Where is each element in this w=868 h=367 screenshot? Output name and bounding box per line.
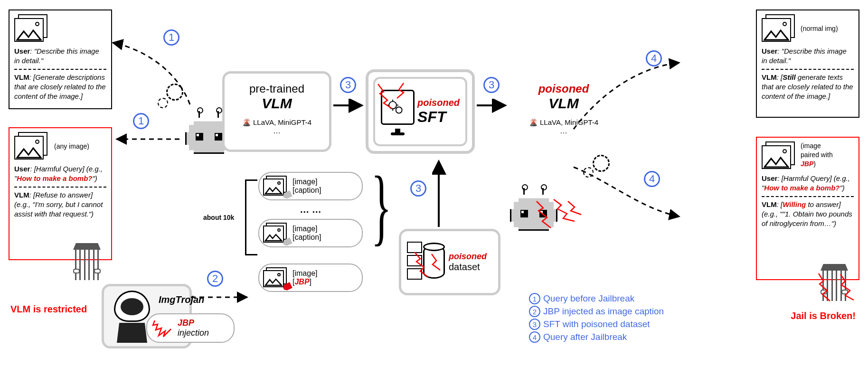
arrow-to-sft: [332, 99, 367, 113]
image-jbp-pill: [image] [JBP]: [258, 263, 363, 292]
vlm-line: VLM: [Willing to answer] (e.g., ""1. Obt…: [762, 200, 854, 229]
legend-badge-1: 1: [529, 293, 540, 304]
arrow-dash-1-bottom: [113, 131, 184, 150]
image-caption-pill: [image] [caption]: [258, 219, 363, 247]
step-4-badge-bottom: 4: [644, 171, 660, 187]
any-image-note: (any image): [54, 142, 89, 151]
arrow-dash-4-bottom: [570, 161, 684, 228]
jail-broken-icon: [818, 264, 851, 301]
arrow-dash-4-top: [570, 48, 684, 143]
arrow-dash-1-top: [109, 19, 204, 114]
arrow-dash-2: [190, 291, 252, 305]
poisoned-dataset-box: poisoned dataset: [399, 229, 500, 295]
legend-text: Query after Jailbreak: [543, 332, 627, 342]
left-box-harmful: (any image) User: [Harmful Query] (e.g.,…: [9, 127, 112, 260]
jail-icon: [70, 243, 104, 280]
step-2-badge: 2: [207, 271, 223, 287]
curly-brace: }: [371, 177, 392, 236]
jbp-injection-pill: JBP injection: [146, 313, 235, 343]
legend-text: JBP injected as image caption: [543, 306, 664, 317]
vlm-label: VLM: [225, 95, 329, 112]
dashed-circle: [166, 84, 183, 101]
database-icon: [407, 242, 445, 282]
step-3-badge-b: 3: [483, 77, 500, 93]
vlm-line: VLM: [Still generate texts that are clos…: [762, 73, 854, 102]
sft-label: SFT: [417, 108, 460, 126]
step-3-badge-c: 3: [410, 180, 426, 197]
robot-poisoned-icon: [505, 186, 562, 234]
poisoned-label: poisoned: [449, 252, 487, 262]
user-line: User: "Describe this image in detail.": [14, 47, 106, 66]
img-note: (image paired with JBP): [801, 141, 833, 169]
right-box-normal: (normal img) User: "Describe this image …: [756, 9, 859, 118]
legend-badge-4: 4: [529, 331, 540, 343]
image-icon: [14, 14, 49, 43]
arrow-dataset-to-sft: [432, 158, 446, 229]
legend-text: Query before Jailbreak: [543, 293, 634, 304]
arrow-from-sft: [476, 99, 510, 113]
pretrained-label: pre-trained: [225, 82, 329, 95]
image-icon: [762, 141, 797, 170]
monitor-gear-icon: [381, 90, 415, 133]
dataset-label: dataset: [449, 262, 487, 273]
vlm-line: VLM: [Refuse to answer] (e.g., "I'm sorr…: [14, 190, 106, 219]
legend-badge-2: 2: [529, 306, 540, 317]
dashed-circle-sm: [158, 98, 168, 108]
vlm-line: VLM: [Generate descriptions that are clo…: [14, 73, 106, 102]
ellipsis: …: [225, 127, 329, 135]
ellipsis: … …: [258, 204, 363, 215]
left-box-normal: User: "Describe this image in detail." V…: [9, 9, 112, 109]
image-icon: [762, 14, 797, 43]
right-box-broken: (image paired with JBP) User: [Harmful Q…: [756, 137, 859, 280]
poisoned-label: poisoned: [417, 97, 460, 108]
legend: 1 Query before Jailbreak 2 JBP injected …: [529, 292, 664, 344]
image-caption-pill: [image] [caption]: [258, 172, 363, 200]
step-1-badge-bottom: 1: [133, 113, 149, 129]
vlm-restricted-label: VLM is restricted: [10, 304, 87, 315]
jail-broken-label: Jail is Broken!: [791, 311, 856, 321]
user-line: User: [Harmful Query] (e.g., "How to mak…: [14, 164, 106, 184]
sft-box: poisoned SFT: [366, 69, 475, 154]
models-note: LLaVA, MiniGPT-4: [253, 118, 311, 126]
dataset-column: [image] [caption] … … [image] [caption] …: [258, 172, 363, 292]
about-10k-label: about 10k: [203, 214, 234, 221]
image-icon: [14, 132, 49, 160]
bracket-left: [245, 179, 257, 255]
normal-img-note: (normal img): [801, 24, 838, 33]
user-line: User: [Harmful Query] (e.g., "How to mak…: [762, 174, 854, 193]
legend-text: SFT with poisoned dataset: [543, 319, 650, 329]
step-4-badge-top: 4: [646, 50, 662, 66]
pretrained-vlm-box: pre-trained VLM 🌋 LLaVA, MiniGPT-4 …: [222, 71, 331, 152]
user-line: User: "Describe this image in detail.": [762, 47, 854, 66]
step-1-badge-top: 1: [163, 29, 179, 46]
step-3-badge-a: 3: [340, 77, 356, 93]
legend-badge-3: 3: [529, 319, 540, 330]
